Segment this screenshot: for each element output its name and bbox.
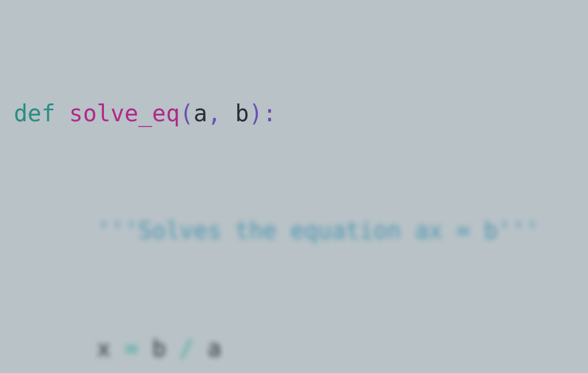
op-div: / [180,335,194,362]
op-eq: = [125,335,138,362]
var-b: b [152,335,166,362]
colon: : [263,100,277,126]
code-editor[interactable]: def solve_eq(a, b): '''Solves the equati… [0,0,588,373]
param-b: b [235,100,249,126]
var-a: a [207,335,221,362]
paren-close: ) [249,100,262,126]
param-a: a [194,100,207,126]
code-line-docstring: '''Solves the equation ax = b''' [0,216,588,245]
paren-open: ( [180,100,194,126]
keyword-def: def [14,100,55,126]
code-line-def: def solve_eq(a, b): [0,99,588,128]
function-name: solve_eq [69,100,180,126]
docstring: '''Solves the equation ax = b''' [97,217,540,244]
comma: , [207,100,221,126]
var-x: x [97,335,111,362]
code-line-body-assign: x = b / a [0,334,588,363]
